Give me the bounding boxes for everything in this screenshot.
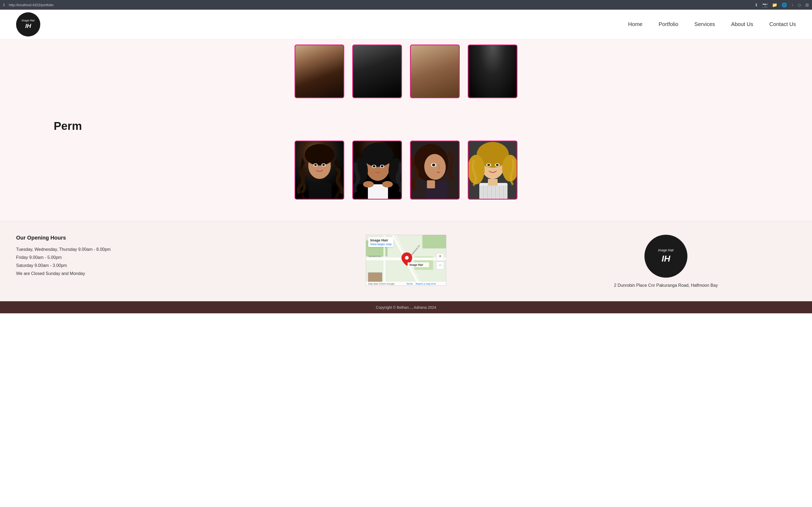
- svg-point-21: [363, 181, 374, 187]
- svg-rect-65: [368, 273, 382, 282]
- split-icon[interactable]: ⊞: [805, 2, 809, 7]
- svg-point-37: [487, 164, 490, 166]
- svg-text:Map data ©2024 Google: Map data ©2024 Google: [368, 282, 395, 285]
- svg-line-19: [375, 164, 375, 165]
- browser-toolbar-icons: ⬇ 📷 📁 🌐 ↓ ◇ ⊞: [755, 2, 809, 7]
- gallery-img-3[interactable]: [410, 45, 460, 98]
- arrow-down-icon[interactable]: ↓: [791, 2, 794, 7]
- navbar: Image Hair IH Home Portfolio Services Ab…: [0, 10, 812, 39]
- hours-title: Our Opening Hours: [16, 235, 276, 241]
- perm-img-4[interactable]: [468, 140, 517, 200]
- url-bar: http://localhost:4322/portfolio: [9, 3, 750, 7]
- top-gallery: [54, 45, 758, 106]
- footer-hours: Our Opening Hours Tuesday, Wednesday, Th…: [16, 235, 276, 278]
- copyright-text: Copyright © Bethan..., Adriana 2024: [376, 305, 436, 309]
- copyright-bar: Copyright © Bethan..., Adriana 2024: [0, 301, 812, 313]
- svg-rect-7: [309, 183, 332, 200]
- map-label: Image Hair View larger map: [368, 237, 394, 247]
- folder-icon[interactable]: 📁: [772, 2, 777, 7]
- hours-line-3: Saturday 9.00am - 3.00pm: [16, 262, 276, 269]
- footer-address: 2 Dunrobin Place Cnr Pakuranga Road, Hal…: [614, 283, 718, 288]
- diamond-icon[interactable]: ◇: [798, 2, 801, 7]
- nav-services-link[interactable]: Services: [694, 21, 715, 27]
- logo[interactable]: Image Hair IH: [16, 12, 40, 37]
- nav-contact-link[interactable]: Contact Us: [769, 21, 796, 27]
- svg-text:+: +: [439, 253, 442, 259]
- map-place-name: Image Hair: [370, 238, 392, 242]
- footer-logo-section: Image Hair IH 2 Dunrobin Place Cnr Pakur…: [536, 235, 796, 288]
- svg-text:Buckland Be...: Buckland Be...: [369, 255, 383, 258]
- nav-links: Home Portfolio Services About Us Contact…: [628, 21, 796, 27]
- svg-point-16: [381, 165, 384, 167]
- perm-img-1[interactable]: [295, 140, 344, 200]
- globe-icon[interactable]: 🌐: [782, 2, 787, 7]
- nav-portfolio-link[interactable]: Portfolio: [659, 21, 678, 27]
- svg-text:Report a map error: Report a map error: [416, 282, 436, 285]
- perm-gallery: [54, 140, 758, 200]
- nav-services[interactable]: Services: [694, 21, 715, 27]
- browser-chrome: ℹ http://localhost:4322/portfolio ⬇ 📷 📁 …: [0, 0, 812, 10]
- hours-line-4: We are Closed Sunday and Monday: [16, 270, 276, 277]
- svg-point-57: [405, 256, 409, 260]
- svg-text:Terms: Terms: [406, 282, 413, 285]
- svg-rect-29: [427, 180, 435, 188]
- nav-home-link[interactable]: Home: [628, 21, 642, 27]
- nav-portfolio[interactable]: Portfolio: [659, 21, 678, 27]
- hours-line-2: Friday 9.00am - 5.00pm: [16, 254, 276, 261]
- perm-img-3[interactable]: [410, 140, 460, 200]
- map-container[interactable]: Aviemore Dr Buckland Be... + − Image Hai…: [366, 235, 446, 286]
- svg-rect-49: [422, 235, 446, 248]
- nav-home[interactable]: Home: [628, 21, 642, 27]
- nav-about-link[interactable]: About Us: [731, 21, 753, 27]
- svg-point-27: [432, 164, 435, 166]
- svg-point-5: [314, 164, 317, 166]
- gallery-img-4[interactable]: [468, 45, 517, 98]
- perm-img-2[interactable]: [352, 140, 402, 200]
- svg-point-15: [373, 165, 375, 167]
- hours-line-1: Tuesday, Wednesday, Thursday 9.00am - 8.…: [16, 246, 276, 253]
- svg-point-2: [305, 144, 334, 166]
- nav-about[interactable]: About Us: [731, 21, 753, 27]
- perm-title: Perm: [54, 106, 758, 140]
- footer-map: Aviemore Dr Buckland Be... + − Image Hai…: [276, 235, 536, 286]
- info-icon: ℹ: [3, 3, 5, 7]
- svg-text:−: −: [439, 262, 442, 268]
- perm-section: Perm: [54, 106, 758, 221]
- svg-point-38: [496, 164, 499, 166]
- gallery-img-2[interactable]: [352, 45, 402, 98]
- svg-rect-46: [488, 179, 498, 186]
- map-larger-link[interactable]: View larger map: [370, 242, 392, 246]
- svg-point-6: [322, 164, 325, 166]
- scroll-spacer: [54, 39, 758, 45]
- nav-contact[interactable]: Contact Us: [769, 21, 796, 27]
- download-icon[interactable]: ⬇: [755, 2, 758, 7]
- svg-point-22: [382, 181, 393, 187]
- main-content: Perm: [0, 39, 812, 221]
- footer-logo: Image Hair IH: [645, 235, 688, 278]
- screenshot-icon[interactable]: 📷: [762, 2, 768, 7]
- svg-text:Image Hair: Image Hair: [409, 264, 423, 266]
- footer: Our Opening Hours Tuesday, Wednesday, Th…: [0, 221, 812, 301]
- svg-point-10: [362, 143, 393, 167]
- gallery-img-1[interactable]: [295, 45, 344, 98]
